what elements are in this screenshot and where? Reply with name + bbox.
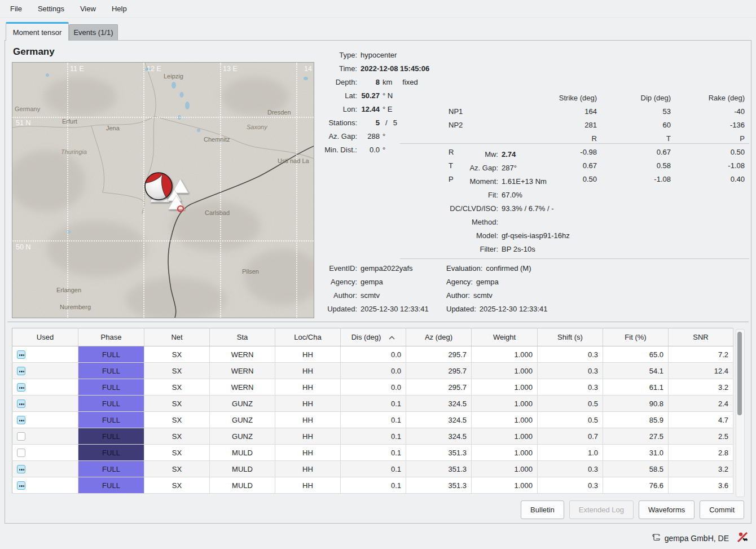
col-header-dis[interactable]: Dis (deg) — [341, 328, 406, 346]
col-header-loccha[interactable]: Loc/Cha — [275, 328, 341, 346]
origin-type-label: Type: — [315, 51, 357, 59]
bulletin-button[interactable]: Bulletin — [521, 500, 564, 519]
axis-header-p: P — [671, 134, 745, 143]
col-header-az[interactable]: Az (deg) — [406, 328, 472, 346]
origin-depth-label: Depth: — [315, 78, 357, 86]
used-checkbox[interactable] — [17, 432, 25, 441]
loccha-cell: HH — [275, 412, 341, 428]
menu-settings[interactable]: Settings — [32, 2, 70, 16]
used-checkbox[interactable] — [17, 465, 25, 473]
map-view[interactable]: 11 E 12 E 13 E 14 51 N 50 N Germany Leip… — [12, 62, 314, 318]
dc-clvd-iso-label: DC/CLVD/ISO: — [446, 204, 498, 213]
event-author-value: scmtv — [361, 291, 380, 300]
waveforms-button[interactable]: Waveforms — [639, 500, 695, 519]
col-header-phase[interactable]: Phase — [78, 328, 144, 346]
shift-cell: 0.3 — [538, 379, 603, 396]
snr-cell: 12.4 — [669, 363, 733, 379]
extended-log-button: Extended Log — [569, 500, 634, 519]
event-author-label: Author: — [315, 291, 357, 300]
table-row[interactable]: FULLSXMULDHH0.1351.31.0001.031.02.8 — [12, 445, 733, 461]
dis-cell: 0.1 — [341, 461, 406, 477]
mw-label: Mw: — [446, 150, 498, 159]
used-checkbox[interactable] — [17, 350, 25, 359]
sta-cell: WERN — [210, 363, 275, 379]
table-row[interactable]: FULLSXWERNHH0.0295.71.0000.361.13.2 — [12, 379, 733, 396]
used-checkbox[interactable] — [17, 449, 25, 457]
graticule-line — [296, 63, 297, 318]
used-checkbox[interactable] — [17, 481, 25, 490]
shift-cell: 0.7 — [538, 428, 603, 445]
az-cell: 295.7 — [406, 346, 472, 363]
graticule-line — [12, 240, 314, 241]
station-table-body: FULLSXWERNHH0.0295.71.0000.365.07.2FULLS… — [12, 346, 733, 494]
evaluation-agency-label: Agency: — [446, 278, 473, 286]
separator — [400, 143, 749, 144]
map-place-label: Pilsen — [242, 268, 259, 275]
table-row[interactable]: FULLSXWERNHH0.0295.71.0000.365.07.2 — [12, 346, 733, 363]
col-header-net[interactable]: Net — [144, 328, 210, 346]
eventid-label: EventID: — [315, 264, 357, 273]
fit-value: 67.0% — [502, 191, 522, 199]
used-checkbox[interactable] — [17, 416, 25, 424]
filter-label: Filter: — [446, 245, 498, 253]
loccha-cell: HH — [275, 428, 341, 445]
origin-mindist-unit: ° — [383, 146, 385, 154]
net-cell: SX — [144, 461, 210, 477]
dis-cell: 0.1 — [341, 412, 406, 428]
weight-cell: 1.000 — [472, 445, 538, 461]
col-header-weight[interactable]: Weight — [472, 328, 538, 346]
table-row[interactable]: FULLSXMULDHH0.1351.31.0000.358.53.2 — [12, 461, 733, 477]
graticule-line — [67, 63, 68, 318]
table-row[interactable]: FULLSXMULDHH0.1351.31.0000.376.63.6 — [12, 477, 733, 494]
used-checkbox[interactable] — [17, 399, 25, 408]
graticule-line — [143, 63, 144, 318]
shift-cell: 0.3 — [538, 363, 603, 379]
epicenter-marker[interactable] — [178, 206, 183, 212]
col-header-used[interactable]: Used — [12, 328, 78, 346]
dc-clvd-iso-value: 93.3% / 6.7% / - — [502, 204, 554, 213]
snr-cell: 2.5 — [669, 428, 733, 445]
used-checkbox[interactable] — [17, 367, 25, 375]
menu-view[interactable]: View — [74, 2, 102, 16]
menu-file[interactable]: File — [5, 2, 28, 16]
origin-azgap-value: 288 — [361, 132, 380, 140]
table-row[interactable]: FULLSXGUNZHH0.1324.51.0000.590.82.4 — [12, 396, 733, 412]
splitter-handle[interactable] — [7, 322, 749, 322]
origin-lon-value: 12.44 — [361, 105, 380, 113]
net-cell: SX — [144, 363, 210, 379]
weight-cell: 1.000 — [472, 346, 538, 363]
vertical-scrollbar[interactable] — [736, 329, 745, 497]
table-row[interactable]: FULLSXGUNZHH0.1324.51.0000.585.94.7 — [12, 412, 733, 428]
snr-cell: 2.4 — [669, 396, 733, 412]
tab-events[interactable]: Events (1/1) — [69, 24, 118, 40]
col-header-shift[interactable]: Shift (s) — [538, 328, 603, 346]
origin-lat-value: 50.27 — [361, 91, 380, 100]
origin-lon-unit: ° E — [383, 105, 392, 113]
fit-cell: 31.0 — [603, 445, 669, 461]
evaluation-updated-label: Updated: — [446, 305, 476, 313]
menu-help[interactable]: Help — [106, 2, 133, 16]
weight-cell: 1.000 — [472, 379, 538, 396]
np1-strike: 164 — [484, 107, 597, 116]
col-header-snr[interactable]: SNR — [669, 328, 733, 346]
map-place-label: Usti nad La — [278, 157, 309, 164]
col-header-sta[interactable]: Sta — [210, 328, 275, 346]
table-row[interactable]: FULLSXWERNHH0.0295.71.0000.354.112.4 — [12, 363, 733, 379]
commit-button[interactable]: Commit — [700, 500, 744, 519]
origin-stations-total: 5 — [393, 118, 397, 127]
loccha-cell: HH — [275, 346, 341, 363]
table-row[interactable]: FULLSXGUNZHH0.1324.51.0000.727.52.5 — [12, 428, 733, 445]
fit-cell: 65.0 — [603, 346, 669, 363]
tab-moment-tensor[interactable]: Moment tensor — [6, 22, 69, 41]
col-header-fit[interactable]: Fit (%) — [603, 328, 669, 346]
scroll-document-icon — [652, 533, 661, 543]
scrollbar-thumb[interactable] — [737, 332, 742, 415]
shift-cell: 1.0 — [538, 445, 603, 461]
beachball-icon[interactable] — [145, 173, 172, 200]
np1-rake: -40 — [671, 107, 745, 116]
used-checkbox[interactable] — [17, 383, 25, 392]
weight-cell: 1.000 — [472, 363, 538, 379]
loccha-cell: HH — [275, 477, 341, 494]
az-cell: 295.7 — [406, 363, 472, 379]
shift-cell: 0.3 — [538, 461, 603, 477]
